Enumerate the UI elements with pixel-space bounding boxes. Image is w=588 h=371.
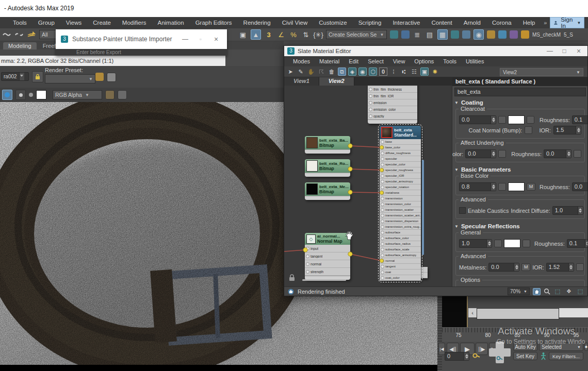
- zoom-selected-icon[interactable]: ⬚: [576, 288, 584, 296]
- node-top-partial[interactable]: coat_affect_roughnessthin_film_thickness…: [368, 79, 417, 124]
- slate-menu-item[interactable]: Modes: [288, 58, 315, 64]
- set-key-button[interactable]: Set Key: [513, 352, 537, 360]
- layout-vertical-icon[interactable]: ⁞: [389, 68, 398, 76]
- slot-dot[interactable]: [381, 163, 384, 166]
- bitmap-thumb[interactable]: [306, 183, 318, 195]
- menu-item[interactable]: Tools: [7, 20, 32, 26]
- node-slot[interactable]: specular_roughness: [380, 167, 421, 173]
- affect-roughness-spinner[interactable]: 0.0: [544, 149, 571, 158]
- close-icon[interactable]: ×: [573, 47, 584, 55]
- slate-menu-item[interactable]: Options: [410, 58, 438, 64]
- layer-manager-icon[interactable]: ▤: [425, 30, 434, 39]
- substance-dialog-titlebar[interactable]: 3 Substance Painter Ultimate Importer — …: [56, 29, 227, 49]
- node-view[interactable]: View1 View2 coat_affect_roughnessthin_fi…: [284, 77, 452, 286]
- node-slot[interactable]: specular_color: [380, 162, 421, 167]
- node-slot[interactable]: thin_film_thickness: [368, 86, 417, 93]
- clearcoat-color-swatch[interactable]: [508, 115, 525, 124]
- slot-dot[interactable]: [381, 271, 384, 274]
- slot-dot[interactable]: [369, 94, 372, 98]
- node-slot[interactable]: specular_anisotropy: [380, 179, 421, 184]
- slot-dot[interactable]: [306, 255, 309, 258]
- slot-dot[interactable]: [381, 146, 384, 149]
- slot-dot[interactable]: [306, 262, 309, 266]
- menu-item[interactable]: Scripting: [353, 20, 387, 26]
- specular-ior-spinner[interactable]: 1.52: [546, 263, 574, 272]
- menu-item[interactable]: Arnold: [458, 20, 486, 26]
- show-numbers-icon[interactable]: 0: [379, 68, 387, 76]
- channel-rgb-button[interactable]: [2, 90, 12, 100]
- node-scroll-indicator[interactable]: [422, 160, 424, 255]
- menu-item[interactable]: Customize: [313, 20, 352, 26]
- slot-dot[interactable]: [381, 265, 384, 268]
- environment-icon[interactable]: [107, 73, 116, 82]
- clearcoat-color-map-button[interactable]: [527, 116, 534, 124]
- slate-menu-item[interactable]: Utilities: [461, 58, 488, 64]
- slot-dot[interactable]: [381, 248, 384, 251]
- slot-dot[interactable]: [381, 237, 384, 240]
- slot-dot[interactable]: [381, 254, 384, 257]
- render-setup-small-icon[interactable]: [95, 73, 104, 81]
- select-list-icon[interactable]: ☷: [410, 68, 418, 76]
- affect-color-map-button[interactable]: [498, 150, 506, 158]
- menu-item[interactable]: Group: [32, 20, 60, 26]
- lock-icon[interactable]: [288, 274, 296, 281]
- snaps-toggle-icon[interactable]: 3: [264, 30, 273, 39]
- node-slot[interactable]: transmission: [380, 196, 421, 201]
- menu-item[interactable]: Content: [426, 20, 458, 26]
- slot-dot[interactable]: [381, 157, 384, 161]
- slate-menu-item[interactable]: Material: [315, 58, 344, 64]
- coat-normal-map-button[interactable]: [525, 126, 532, 134]
- menu-item[interactable]: Animation: [152, 20, 189, 26]
- slot-dot[interactable]: [381, 276, 384, 280]
- node-slot[interactable]: base: [380, 139, 421, 145]
- node-bitmap-roughness[interactable]: belt_exta_Ro...Bitmap: [305, 159, 350, 177]
- node-slot[interactable]: specular_IOR: [380, 173, 421, 179]
- unlink-selection-icon[interactable]: [14, 30, 24, 39]
- show-map-icon[interactable]: ◈: [348, 68, 356, 76]
- specular-weight-spinner[interactable]: 1.0: [459, 239, 492, 248]
- channel-mono-button[interactable]: [29, 93, 33, 97]
- material-by-selection-icon[interactable]: ▣: [420, 68, 429, 76]
- affect-roughness-map-button[interactable]: [574, 150, 581, 158]
- ribbon-tab-modeling[interactable]: Modeling: [3, 42, 37, 49]
- specular-ior-map-button[interactable]: [576, 263, 584, 271]
- channel-display-dropdown[interactable]: RGB Alpha▼: [53, 90, 102, 99]
- slot-dot[interactable]: [381, 208, 384, 212]
- slot-dot[interactable]: [381, 197, 384, 200]
- view-selector-dropdown[interactable]: View2▼: [500, 68, 583, 76]
- mirror-icon[interactable]: [390, 30, 398, 39]
- pick-material-icon[interactable]: ✎: [297, 68, 305, 76]
- slot-dot[interactable]: [306, 247, 309, 250]
- curve-editor-icon[interactable]: [451, 30, 459, 39]
- menu-item[interactable]: Civil View: [276, 20, 314, 26]
- node-bitmap-base[interactable]: belt_exta_Ba...Bitmap: [305, 136, 350, 154]
- slot-dot[interactable]: [369, 88, 372, 91]
- material-preview-thumb[interactable]: [381, 127, 393, 138]
- pan-tool-button[interactable]: [533, 288, 541, 295]
- named-selection-sets-icon[interactable]: {✳}: [314, 30, 323, 39]
- node-slot[interactable]: opacity: [368, 113, 417, 120]
- node-standard-surface[interactable]: belt_exta Standard... basebase_colordiff…: [380, 126, 421, 281]
- slot-dot[interactable]: [381, 214, 384, 217]
- node-slot[interactable]: metalness: [380, 190, 421, 196]
- select-object-icon[interactable]: ▲: [251, 29, 261, 40]
- clearcoat-roughness-spinner[interactable]: 0.1: [572, 115, 587, 124]
- node-slot[interactable]: specular_rotation: [380, 184, 421, 190]
- slate-titlebar[interactable]: 3 Slate Material Editor — □ ×: [284, 46, 587, 56]
- enable-caustics-checkbox[interactable]: [459, 207, 466, 214]
- select-tool-icon[interactable]: ➤: [286, 68, 295, 76]
- node-slot[interactable]: strength: [305, 268, 350, 276]
- base-weight-spinner[interactable]: 0.8: [459, 182, 496, 191]
- delete-icon[interactable]: 🗑︎: [328, 68, 336, 76]
- node-slot[interactable]: input: [305, 245, 350, 252]
- base-color-map-button[interactable]: M: [527, 183, 535, 191]
- node-slot[interactable]: subsurface_scale: [380, 247, 421, 252]
- clearcoat-weight-spinner[interactable]: 0.0: [459, 115, 496, 124]
- menu-item[interactable]: Create: [87, 20, 117, 26]
- node-slot[interactable]: subsurface_color: [380, 235, 421, 241]
- node-bitmap-metalness[interactable]: belt_exta_Me...Bitmap: [305, 182, 350, 200]
- node-slot[interactable]: normal: [305, 260, 350, 268]
- render-preset-dropdown[interactable]: ▼: [45, 74, 95, 83]
- channel-alpha-button[interactable]: [15, 90, 26, 100]
- slot-dot[interactable]: [381, 220, 384, 223]
